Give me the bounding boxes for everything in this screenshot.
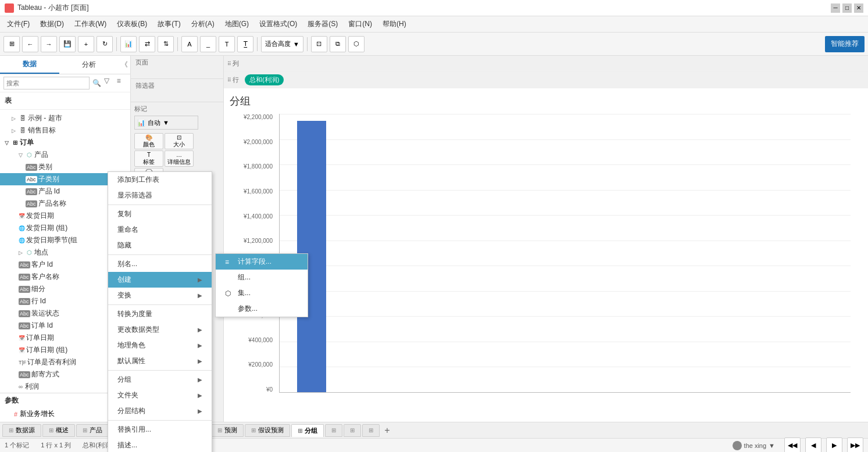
toolbar-home[interactable]: ⊞ bbox=[3, 36, 20, 52]
nav-first[interactable]: ◀◀ bbox=[784, 437, 801, 453]
datasource-1[interactable]: ▷ 🗄 示例 - 超市 bbox=[0, 112, 130, 124]
nav-prev[interactable]: ◀ bbox=[805, 437, 821, 453]
menu-story[interactable]: 故事(T) bbox=[153, 17, 185, 31]
toolbar-save[interactable]: 💾 bbox=[59, 36, 76, 52]
row-pill-profit[interactable]: 总和(利润) bbox=[245, 74, 284, 85]
tab-extra-3[interactable]: ⊞ bbox=[362, 424, 380, 437]
datasource-tab-icon: ⊞ bbox=[9, 427, 13, 433]
menu-worksheet[interactable]: 工作表(W) bbox=[70, 17, 111, 31]
menu-help[interactable]: 帮助(H) bbox=[378, 17, 411, 31]
tab-analysis[interactable]: 分析 bbox=[59, 56, 119, 73]
menu-server[interactable]: 服务器(S) bbox=[303, 17, 342, 31]
toolbar-swap[interactable]: ⇄ bbox=[139, 36, 155, 52]
fit-label: 适合高度 bbox=[265, 40, 291, 48]
ctx-add-to-worksheet[interactable]: 添加到工作表 bbox=[108, 172, 212, 188]
ctx-sep-5 bbox=[108, 420, 212, 421]
nav-last[interactable]: ▶▶ bbox=[847, 437, 863, 453]
ctx-transform[interactable]: 变换 ▶ bbox=[108, 288, 212, 303]
toolbar-redo[interactable]: ↻ bbox=[97, 36, 113, 52]
smart-recommend-button[interactable]: 智能推荐 bbox=[825, 36, 865, 52]
marks-size-btn[interactable]: ⊡大小 bbox=[165, 133, 194, 149]
search-icon[interactable]: 🔍 bbox=[92, 77, 102, 89]
ship-date-season-label: 发货日期季节(组 bbox=[26, 235, 77, 245]
toolbar-fixed[interactable]: ⊡ bbox=[311, 36, 327, 52]
ctx-replace-ref[interactable]: 替换引用... bbox=[108, 422, 212, 437]
tab-extra-1[interactable]: ⊞ bbox=[325, 424, 342, 437]
minimize-button[interactable]: ─ bbox=[831, 3, 840, 13]
ctx-create[interactable]: 创建 ▶ bbox=[108, 272, 212, 288]
toolbar-share[interactable]: ⬡ bbox=[348, 36, 365, 52]
ctx-convert-measure[interactable]: 转换为度量 bbox=[108, 306, 212, 322]
marks-type-dropdown[interactable]: 📊 自动 ▼ bbox=[134, 116, 198, 130]
title-bar-controls: ─ □ ✕ bbox=[831, 3, 863, 13]
marks-label-btn[interactable]: T标签 bbox=[134, 150, 163, 167]
toolbar-chart[interactable]: 📊 bbox=[120, 36, 137, 52]
menu-analysis[interactable]: 分析(A) bbox=[187, 17, 219, 31]
ctx-alias[interactable]: 别名... bbox=[108, 256, 212, 272]
menu-data[interactable]: 数据(D) bbox=[35, 17, 69, 31]
menu-dashboard[interactable]: 仪表板(B) bbox=[112, 17, 152, 31]
orders-group[interactable]: ▽ ⊞ 订单 bbox=[0, 137, 130, 149]
tab-extra-2[interactable]: ⊞ bbox=[344, 424, 361, 437]
user-area[interactable]: the xing ▼ bbox=[728, 441, 780, 450]
tab-products[interactable]: ⊞ 产品 bbox=[76, 424, 109, 437]
fit-dropdown[interactable]: 适合高度 ▼ bbox=[261, 36, 303, 52]
tab-datasource[interactable]: ⊞ 数据源 bbox=[2, 424, 41, 437]
toolbar-add[interactable]: + bbox=[78, 36, 94, 52]
toolbar-underline[interactable]: _ bbox=[200, 36, 216, 52]
sub-set[interactable]: ⬡ 集... bbox=[216, 285, 308, 301]
status-rows: 1 行 x 1 列 bbox=[41, 441, 71, 450]
menu-format[interactable]: 设置格式(O) bbox=[255, 17, 302, 31]
marks-label: 标记 bbox=[134, 105, 220, 113]
tab-data[interactable]: 数据 bbox=[0, 56, 59, 74]
maximize-button[interactable]: □ bbox=[842, 3, 852, 13]
y-label-5: ¥1,200,000 bbox=[244, 238, 273, 244]
user-dropdown-icon: ▼ bbox=[769, 442, 775, 449]
tab-overview[interactable]: ⊞ 概述 bbox=[42, 424, 75, 437]
marks-color-btn[interactable]: 🎨颜色 bbox=[134, 133, 163, 149]
menu-map[interactable]: 地图(G) bbox=[220, 17, 253, 31]
viz-canvas: 分组 ¥2,200,000 ¥2,000,000 ¥1,800,000 ¥1,6… bbox=[224, 88, 868, 422]
ctx-folder[interactable]: 文件夹 ▶ bbox=[108, 388, 212, 403]
add-sheet-button[interactable]: + bbox=[381, 424, 394, 437]
search-input[interactable] bbox=[3, 77, 90, 89]
tab-forecast[interactable]: ⊞ 预测 bbox=[211, 424, 244, 437]
toolbar-forward[interactable]: → bbox=[41, 36, 57, 52]
order-date-label: 订单日期 bbox=[26, 333, 54, 343]
menu-window[interactable]: 窗口(N) bbox=[344, 17, 377, 31]
close-button[interactable]: ✕ bbox=[854, 3, 863, 13]
marks-detail-btn[interactable]: …详细信息 bbox=[165, 150, 194, 167]
tab-hypothetical[interactable]: ⊞ 假设预测 bbox=[245, 424, 290, 437]
toolbar-screen[interactable]: ⧉ bbox=[330, 36, 346, 52]
overview-tab-icon: ⊞ bbox=[49, 427, 53, 433]
sub-group[interactable]: 组... bbox=[216, 270, 308, 285]
ctx-group[interactable]: 分组 ▶ bbox=[108, 372, 212, 388]
menu-file[interactable]: 文件(F) bbox=[2, 17, 34, 31]
ctx-default-props[interactable]: 默认属性 ▶ bbox=[108, 353, 212, 369]
list-view-icon[interactable]: ≡ bbox=[117, 77, 127, 89]
datasource-2[interactable]: ▷ 🗄 销售目标 bbox=[0, 124, 130, 137]
customer-name-label: 客户名称 bbox=[31, 272, 59, 282]
ctx-geo-role[interactable]: 地理角色 ▶ bbox=[108, 338, 212, 353]
ctx-rename[interactable]: 重命名 bbox=[108, 222, 212, 238]
ctx-hide[interactable]: 隐藏 bbox=[108, 238, 212, 253]
toolbar-format2[interactable]: T̲ bbox=[237, 36, 253, 52]
ctx-copy[interactable]: 复制 bbox=[108, 206, 212, 222]
ctx-describe[interactable]: 描述... bbox=[108, 437, 212, 452]
sub-calculated-field[interactable]: ≡ 计算字段... bbox=[216, 254, 308, 270]
ctx-hierarchy[interactable]: 分层结构 ▶ bbox=[108, 403, 212, 419]
panel-collapse[interactable]: 《 bbox=[119, 60, 130, 70]
filter-icon[interactable]: ▽ bbox=[104, 77, 114, 89]
tab-grouping[interactable]: ⊞ 分组 bbox=[291, 424, 324, 437]
products-group[interactable]: ▽ ⬡ 产品 bbox=[0, 149, 130, 161]
ctx-change-type[interactable]: 更改数据类型 ▶ bbox=[108, 322, 212, 338]
y-label-2: ¥1,800,000 bbox=[244, 163, 273, 170]
toolbar-format[interactable]: T bbox=[219, 36, 235, 52]
toolbar-sort[interactable]: ⇅ bbox=[158, 36, 174, 52]
toolbar-back[interactable]: ← bbox=[22, 36, 38, 52]
toolbar-label-btn[interactable]: A bbox=[181, 36, 198, 52]
ctx-show-filter[interactable]: 显示筛选器 bbox=[108, 188, 212, 203]
sub-parameter[interactable]: 参数... bbox=[216, 301, 308, 317]
nav-next[interactable]: ▶ bbox=[826, 437, 842, 453]
toolbar: ⊞ ← → 💾 + ↻ 📊 ⇄ ⇅ A _ T T̲ 适合高度 ▼ ⊡ ⧉ ⬡ … bbox=[0, 33, 868, 56]
